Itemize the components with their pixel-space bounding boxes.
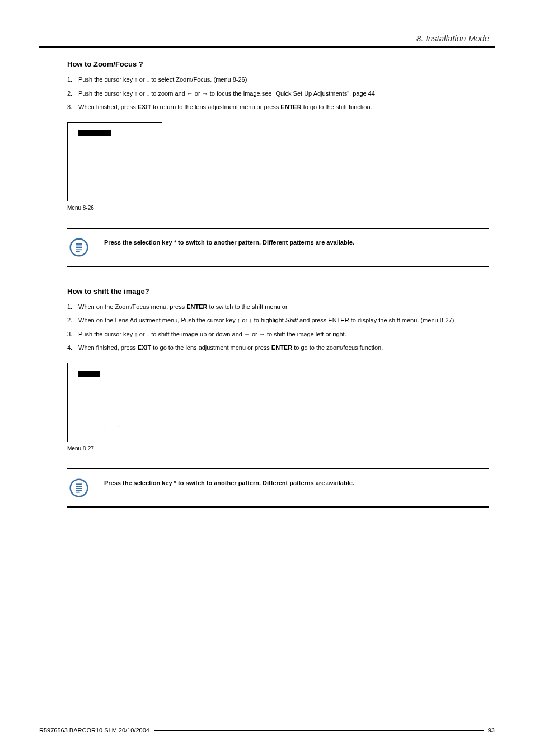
note-text: Press the selection key * to switch to a… — [104, 238, 354, 246]
zoom-focus-steps: 1. Push the cursor key ↑ or ↓ to select … — [67, 75, 489, 112]
step-text: When finished, press EXIT to return to t… — [78, 102, 489, 112]
step-text: Push the cursor key ↑ or ↓ to zoom and ←… — [78, 89, 489, 98]
svg-rect-3 — [76, 247, 82, 248]
note-icon — [69, 238, 88, 257]
menu-box-header-bar — [78, 371, 100, 377]
step-number: 2. — [67, 89, 78, 98]
footer-rule — [154, 730, 484, 731]
step-item: 4. When finished, press EXIT to go to th… — [67, 343, 489, 353]
step-item: 2. When on the Lens Adjustment menu, Pus… — [67, 316, 489, 325]
menu-caption: Menu 8-27 — [67, 445, 489, 452]
step-item: 3. When finished, press EXIT to return t… — [67, 102, 489, 112]
svg-rect-8 — [76, 486, 82, 487]
step-text: When finished, press EXIT to go to the l… — [78, 343, 489, 353]
svg-rect-7 — [76, 483, 82, 485]
step-text: When on the Zoom/Focus menu, press ENTER… — [78, 302, 489, 312]
step-text: Push the cursor key ↑ or ↓ to select Zoo… — [78, 75, 489, 84]
step-item: 2. Push the cursor key ↑ or ↓ to zoom an… — [67, 89, 489, 98]
svg-rect-2 — [76, 245, 82, 246]
svg-rect-10 — [76, 490, 82, 491]
svg-rect-5 — [76, 251, 80, 252]
footer-doc-id: R5976563 BARCOR10 SLM 20/10/2004 — [39, 727, 149, 734]
step-item: 1. When on the Zoom/Focus menu, press EN… — [67, 302, 489, 312]
note-text: Press the selection key * to switch to a… — [104, 478, 354, 486]
menu-box-arrows: ↑ ↓ — [104, 184, 125, 187]
menu-box-zoom-focus: ↑ ↓ — [67, 122, 162, 201]
step-number: 1. — [67, 302, 78, 312]
note-box: Press the selection key * to switch to a… — [67, 228, 489, 267]
chapter-title: 8. Installation Mode — [39, 34, 495, 43]
menu-box-header-bar — [78, 130, 111, 136]
menu-caption: Menu 8-26 — [67, 205, 489, 211]
menu-box-arrows: ↑ ↓ — [104, 424, 125, 428]
step-number: 2. — [67, 316, 78, 325]
svg-rect-4 — [76, 249, 82, 250]
menu-box-shift: ↑ ↓ — [67, 363, 162, 442]
step-number: 1. — [67, 75, 78, 84]
shift-steps: 1. When on the Zoom/Focus menu, press EN… — [67, 302, 489, 353]
step-number: 3. — [67, 330, 78, 339]
section-heading-shift: How to shift the image? — [67, 287, 489, 295]
step-text: When on the Lens Adjustment menu, Push t… — [78, 316, 489, 325]
note-box: Press the selection key * to switch to a… — [67, 468, 489, 508]
page-footer: R5976563 BARCOR10 SLM 20/10/2004 93 — [39, 727, 495, 734]
step-number: 4. — [67, 343, 78, 353]
section-heading-zoom-focus: How to Zoom/Focus ? — [67, 60, 489, 68]
svg-rect-9 — [76, 488, 82, 489]
header-rule — [39, 46, 495, 48]
svg-rect-11 — [76, 491, 80, 492]
step-number: 3. — [67, 102, 78, 112]
note-icon — [69, 478, 88, 497]
svg-rect-1 — [76, 243, 82, 245]
step-item: 3. Push the cursor key ↑ or ↓ to shift t… — [67, 330, 489, 339]
step-item: 1. Push the cursor key ↑ or ↓ to select … — [67, 75, 489, 84]
footer-page-number: 93 — [488, 727, 495, 734]
step-text: Push the cursor key ↑ or ↓ to shift the … — [78, 330, 489, 339]
